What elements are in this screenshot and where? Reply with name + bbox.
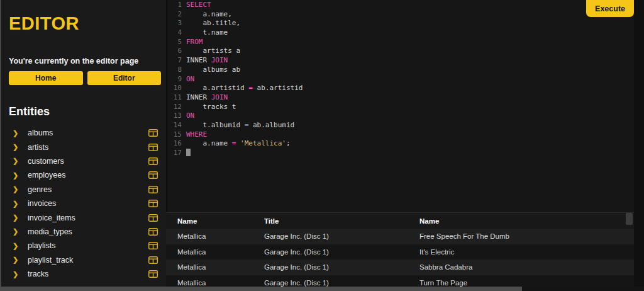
sidebar-item-employees[interactable]: ❯employees	[9, 168, 158, 182]
table-icon[interactable]	[148, 242, 158, 249]
chevron-right-icon[interactable]: ❯	[13, 185, 21, 193]
table-cell: Garage Inc. (Disc 1)	[264, 248, 419, 256]
table-icon[interactable]	[148, 214, 158, 222]
table-icon[interactable]	[148, 200, 158, 207]
table-cell: Metallica	[177, 248, 264, 256]
code-line: 7INNER JOIN	[166, 56, 634, 66]
line-number: 5	[166, 38, 182, 47]
line-number: 14	[166, 121, 182, 130]
code-text: ab.title,	[186, 19, 240, 28]
table-icon[interactable]	[148, 256, 158, 264]
sidebar-item-customers[interactable]: ❯customers	[9, 154, 158, 168]
text-cursor	[186, 149, 191, 156]
entity-label: albums	[28, 128, 53, 137]
nav-buttons: Home Editor	[9, 71, 166, 85]
sidebar-item-media_types[interactable]: ❯media_types	[9, 225, 158, 239]
code-text: albums ab	[186, 66, 240, 75]
editor-button[interactable]: Editor	[87, 71, 162, 85]
sidebar-item-tracks[interactable]: ❯tracks	[9, 267, 158, 281]
sidebar-item-playlist_track[interactable]: ❯playlist_track	[9, 253, 158, 267]
code-line: 10 a.artistid = ab.artistid	[166, 84, 634, 93]
table-cell: Garage Inc. (Disc 1)	[264, 279, 419, 287]
line-number: 15	[166, 130, 182, 140]
entity-label: media_types	[28, 227, 72, 236]
column-header: Title	[264, 217, 419, 225]
line-number: 6	[166, 47, 182, 56]
code-line: 13ON	[166, 111, 634, 121]
chevron-right-icon[interactable]: ❯	[13, 256, 21, 264]
sidebar-item-genres[interactable]: ❯genres	[9, 183, 158, 197]
chevron-right-icon[interactable]: ❯	[13, 270, 21, 278]
entity-label: playlist_track	[28, 256, 73, 265]
line-number: 1	[166, 1, 182, 10]
code-text: INNER JOIN	[186, 93, 228, 103]
table-cell: Garage Inc. (Disc 1)	[264, 263, 419, 271]
code-line: 6 artists a	[166, 47, 634, 56]
table-icon[interactable]	[148, 157, 158, 165]
column-header: Name	[419, 217, 634, 225]
table-row: MetallicaGarage Inc. (Disc 1)It's Electr…	[166, 244, 634, 260]
sidebar-item-invoice_items[interactable]: ❯invoice_items	[9, 210, 158, 224]
results-vertical-scrollbar-thumb[interactable]	[626, 213, 633, 225]
table-row: MetallicaGarage Inc. (Disc 1)Sabbra Cada…	[166, 260, 634, 275]
chevron-right-icon[interactable]: ❯	[13, 171, 21, 180]
line-number: 13	[166, 111, 182, 121]
sidebar-item-invoices[interactable]: ❯invoices	[9, 197, 158, 210]
chevron-right-icon[interactable]: ❯	[13, 214, 21, 222]
table-icon[interactable]	[148, 228, 158, 236]
chevron-right-icon[interactable]: ❯	[13, 242, 21, 250]
code-text: a.name,	[186, 10, 232, 20]
code-line: 3 ab.title,	[166, 19, 634, 28]
table-row: MetallicaGarage Inc. (Disc 1)Free Speech…	[166, 229, 634, 244]
code-text: a.artistid = ab.artistid	[186, 84, 303, 93]
column-header: Name	[177, 217, 264, 225]
chevron-right-icon[interactable]: ❯	[13, 227, 21, 236]
code-text	[186, 149, 191, 158]
code-line: 2 a.name,	[166, 10, 634, 20]
chevron-right-icon[interactable]: ❯	[13, 200, 21, 208]
line-number: 10	[166, 84, 182, 93]
code-text: t.name	[186, 28, 228, 38]
chevron-right-icon[interactable]: ❯	[13, 143, 21, 151]
line-number: 3	[166, 19, 182, 28]
table-icon[interactable]	[148, 171, 158, 179]
chevron-right-icon[interactable]: ❯	[13, 129, 21, 137]
chevron-right-icon[interactable]: ❯	[13, 157, 21, 165]
results-header-row: NameTitleName	[166, 212, 634, 229]
sql-code-editor[interactable]: 1SELECT2 a.name,3 ab.title,4 t.name5FROM…	[166, 0, 634, 158]
results-body: MetallicaGarage Inc. (Disc 1)Free Speech…	[166, 229, 634, 287]
table-cell: Free Speech For The Dumb	[419, 232, 634, 240]
right-scrollbar-gutter[interactable]	[634, 0, 644, 287]
sidebar-item-playlists[interactable]: ❯playlists	[9, 239, 158, 253]
entity-label: invoice_items	[28, 214, 75, 222]
code-line: 11INNER JOIN	[166, 93, 634, 103]
entity-label: employees	[28, 171, 65, 180]
table-icon[interactable]	[148, 270, 158, 278]
home-button[interactable]: Home	[9, 71, 83, 85]
entity-label: tracks	[28, 270, 48, 278]
sidebar: EDITOR You're currently on the editor pa…	[0, 0, 166, 287]
table-cell: Turn The Page	[419, 279, 634, 287]
code-line: 8 albums ab	[166, 66, 634, 75]
table-icon[interactable]	[148, 186, 158, 193]
code-text: ON	[186, 111, 194, 121]
line-number: 11	[166, 93, 182, 103]
line-number: 17	[166, 149, 182, 158]
table-cell: It's Electric	[419, 248, 634, 256]
page-horizontal-scrollbar[interactable]	[0, 287, 644, 291]
sidebar-item-albums[interactable]: ❯albums	[9, 126, 158, 140]
table-icon[interactable]	[148, 144, 158, 151]
execute-button[interactable]: Execute	[586, 0, 634, 17]
line-number: 16	[166, 139, 182, 149]
table-cell: Metallica	[177, 232, 264, 240]
code-text: ON	[186, 75, 194, 84]
entity-label: customers	[28, 157, 64, 166]
entities-heading: Entities	[9, 105, 166, 118]
table-icon[interactable]	[148, 129, 158, 137]
page-horizontal-scrollbar-thumb[interactable]	[0, 287, 522, 291]
code-text: SELECT	[186, 1, 211, 10]
window-left-edge	[0, 0, 1, 287]
code-text: a.name = 'Metallica';	[186, 139, 291, 149]
code-line: 4 t.name	[166, 28, 634, 38]
sidebar-item-artists[interactable]: ❯artists	[9, 140, 158, 154]
